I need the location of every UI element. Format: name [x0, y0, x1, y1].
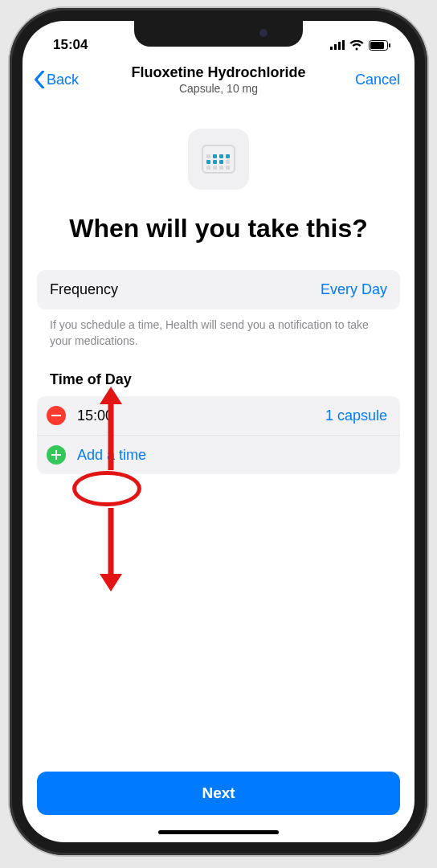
time-value[interactable]: 15:00	[77, 407, 113, 424]
signal-icon	[330, 40, 345, 50]
dose-value[interactable]: 1 capsule	[325, 407, 387, 424]
svg-rect-0	[330, 47, 333, 50]
notch	[134, 21, 303, 47]
frequency-value: Every Day	[321, 281, 387, 298]
back-label: Back	[47, 72, 79, 88]
calendar-icon	[188, 129, 249, 190]
svg-rect-6	[389, 43, 390, 47]
svg-rect-7	[51, 415, 61, 416]
svg-rect-3	[342, 40, 345, 50]
wifi-icon	[349, 40, 364, 51]
time-list: 15:00 1 capsule Add a time	[37, 396, 400, 474]
back-button[interactable]: Back	[34, 71, 79, 88]
frequency-label: Frequency	[50, 281, 118, 298]
plus-icon	[51, 450, 61, 460]
svg-rect-2	[338, 42, 341, 50]
remove-time-button[interactable]	[47, 406, 66, 425]
status-time: 15:04	[53, 37, 88, 53]
add-time-button[interactable]	[47, 445, 66, 465]
home-indicator[interactable]	[158, 830, 279, 834]
next-button[interactable]: Next	[37, 772, 400, 815]
page-heading: When will you take this?	[37, 212, 400, 244]
cancel-button[interactable]: Cancel	[355, 72, 400, 88]
add-time-row[interactable]: Add a time	[37, 435, 400, 474]
minus-icon	[51, 415, 61, 416]
add-time-label: Add a time	[77, 447, 146, 464]
hint-text: If you schedule a time, Health will send…	[37, 309, 400, 349]
phone-screen: 15:04 Back Fluoxetine Hydrochloride Caps…	[22, 21, 415, 842]
phone-frame: 15:04 Back Fluoxetine Hydrochloride Caps…	[10, 8, 427, 855]
svg-rect-1	[334, 44, 337, 50]
chevron-left-icon	[34, 71, 45, 88]
status-icons	[330, 40, 390, 51]
frequency-row[interactable]: Frequency Every Day	[37, 270, 400, 309]
svg-rect-9	[51, 454, 61, 456]
content: When will you take this? Frequency Every…	[22, 96, 415, 842]
svg-rect-5	[370, 42, 384, 49]
nav-bar: Back Fluoxetine Hydrochloride Capsule, 1…	[22, 59, 415, 96]
battery-icon	[369, 40, 390, 51]
time-of-day-label: Time of Day	[50, 371, 400, 388]
time-row: 15:00 1 capsule	[37, 396, 400, 435]
